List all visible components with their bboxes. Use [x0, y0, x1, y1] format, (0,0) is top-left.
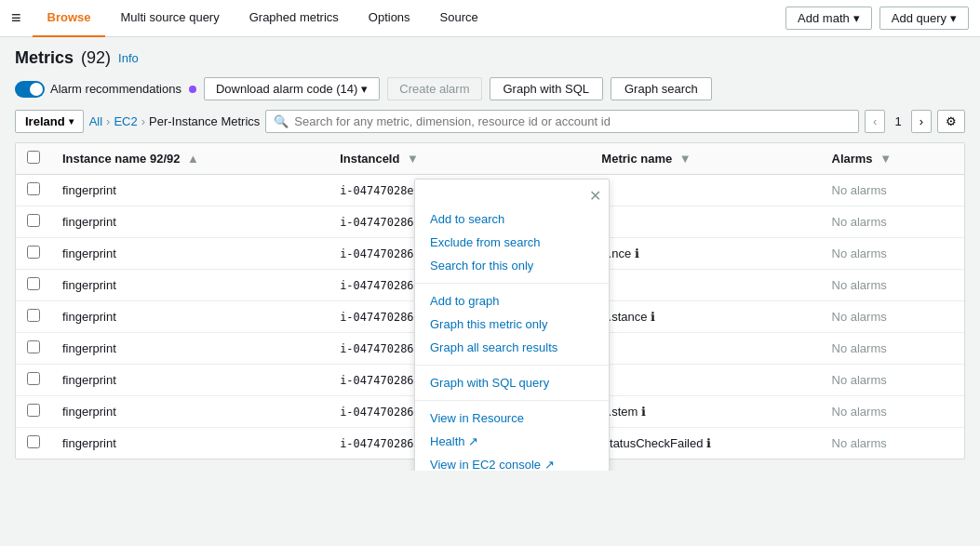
sort-icon: ▲ [187, 152, 199, 166]
sort-icon: ▼ [407, 152, 419, 166]
menu-exclude-from-search[interactable]: Exclude from search [415, 231, 609, 254]
search-box: 🔍 [265, 110, 859, 133]
instance-name-cell: fingerprint [51, 270, 329, 301]
region-selector[interactable]: Ireland ▾ [15, 110, 84, 133]
instance-name-cell: fingerprint [51, 428, 329, 459]
metrics-count: (92) [81, 48, 111, 68]
close-icon[interactable]: ✕ [589, 189, 601, 204]
main-content: Metrics (92) Info Alarm recommendations … [0, 37, 980, 471]
instance-name-cell: fingerprint [51, 396, 329, 428]
nav-tabs: ≡ Browse Multi source query Graphed metr… [11, 0, 493, 37]
chevron-down-icon: ▾ [950, 11, 957, 25]
metric-name-cell [590, 206, 820, 238]
pagination: ‹ 1 › [865, 110, 932, 133]
tab-graphed-metrics[interactable]: Graphed metrics [235, 0, 354, 37]
metric-name-header[interactable]: Metric name ▼ [590, 143, 820, 175]
filter-row: Ireland ▾ All › EC2 › Per-Instance Metri… [15, 110, 965, 133]
menu-add-to-search[interactable]: Add to search [415, 207, 609, 231]
metric-name-cell [590, 270, 820, 301]
alarms-cell: No alarms [821, 428, 964, 459]
create-alarm-button[interactable]: Create alarm [387, 77, 481, 100]
menu-graph-this-metric[interactable]: Graph this metric only [415, 313, 609, 336]
metric-name-cell: ...stance ℹ [590, 301, 820, 333]
menu-graph-all-results[interactable]: Graph all search results [415, 336, 609, 359]
alarms-cell: No alarms [821, 238, 964, 270]
metric-name-cell: StatusCheckFailed ℹ [590, 428, 820, 459]
settings-button[interactable]: ⚙ [937, 110, 965, 133]
select-all-checkbox[interactable] [27, 151, 40, 164]
breadcrumb-current: Per-Instance Metrics [149, 114, 260, 128]
metric-name-cell [590, 175, 820, 206]
instance-name-header[interactable]: Instance name 92/92 ▲ [51, 143, 329, 175]
alarms-cell: No alarms [821, 206, 964, 238]
alarms-cell: No alarms [821, 333, 964, 365]
alarms-header[interactable]: Alarms ▼ [821, 143, 964, 175]
row-checkbox[interactable] [27, 214, 40, 227]
menu-graph-sql-query[interactable]: Graph with SQL query [415, 371, 609, 394]
settings-icon: ⚙ [946, 114, 957, 128]
menu-search-for-this-only[interactable]: Search for this only [415, 254, 609, 277]
instance-name-cell: fingerprint [51, 175, 329, 206]
sort-icon: ▼ [879, 152, 892, 166]
top-navigation: ≡ Browse Multi source query Graphed metr… [0, 0, 980, 37]
instance-id-header[interactable]: InstanceId ▼ [329, 143, 590, 175]
metrics-title: Metrics [15, 48, 74, 68]
alarms-cell: No alarms [821, 365, 964, 396]
instance-name-cell: fingerprint [51, 333, 329, 365]
table-header-row: Instance name 92/92 ▲ InstanceId ▼ Metri… [16, 143, 964, 175]
add-math-button[interactable]: Add math ▾ [785, 7, 872, 30]
page-number: 1 [889, 114, 906, 128]
instance-name-cell: fingerprint [51, 301, 329, 333]
tab-multi-source[interactable]: Multi source query [105, 0, 234, 37]
tab-options[interactable]: Options [354, 0, 425, 37]
info-link[interactable]: Info [118, 51, 139, 65]
menu-health[interactable]: Health ↗ [415, 430, 609, 453]
row-checkbox[interactable] [27, 277, 40, 290]
next-page-button[interactable]: › [911, 110, 932, 133]
prev-page-button[interactable]: ‹ [865, 110, 885, 133]
breadcrumb: All › EC2 › Per-Instance Metrics [89, 114, 261, 128]
row-checkbox[interactable] [27, 404, 40, 417]
alarms-cell: No alarms [821, 175, 964, 206]
row-checkbox[interactable] [27, 309, 40, 322]
tab-browse[interactable]: Browse [33, 0, 106, 37]
menu-add-to-graph[interactable]: Add to graph [415, 289, 609, 313]
metrics-table-container: Instance name 92/92 ▲ InstanceId ▼ Metri… [15, 142, 965, 459]
alarms-cell: No alarms [821, 301, 964, 333]
menu-divider [415, 400, 609, 401]
instance-name-cell: fingerprint [51, 365, 329, 396]
metrics-header: Metrics (92) Info [15, 48, 965, 68]
alarm-recommendations-toggle: Alarm recommendations [15, 81, 196, 98]
graph-search-button[interactable]: Graph search [611, 77, 712, 100]
row-checkbox[interactable] [27, 246, 40, 259]
metric-name-cell [590, 365, 820, 396]
select-all-header [16, 143, 51, 175]
alarms-cell: No alarms [821, 396, 964, 428]
menu-view-in-ec2-console[interactable]: View in EC2 console ↗ [415, 453, 609, 471]
purple-indicator [189, 86, 196, 93]
row-checkbox[interactable] [27, 372, 40, 385]
sort-icon: ▼ [679, 152, 691, 166]
row-checkbox[interactable] [27, 340, 40, 353]
tab-source[interactable]: Source [425, 0, 493, 37]
row-checkbox[interactable] [27, 182, 40, 195]
instance-name-cell: fingerprint [51, 238, 329, 270]
toggle-switch[interactable] [15, 81, 45, 98]
metric-name-cell: ...nce ℹ [590, 238, 820, 270]
search-icon: 🔍 [274, 114, 289, 128]
download-alarm-button[interactable]: Download alarm code (14) ▾ [204, 77, 380, 100]
add-query-button[interactable]: Add query ▾ [879, 7, 969, 30]
hamburger-icon[interactable]: ≡ [11, 8, 21, 28]
context-menu-header: ✕ [415, 187, 609, 207]
graph-with-sql-button[interactable]: Graph with SQL [490, 77, 604, 100]
search-input[interactable] [294, 114, 851, 128]
row-checkbox[interactable] [27, 435, 40, 448]
breadcrumb-all[interactable]: All [89, 114, 102, 128]
menu-view-in-resource[interactable]: View in Resource [415, 406, 609, 430]
chevron-down-icon: ▾ [853, 11, 860, 25]
nav-actions: Add math ▾ Add query ▾ [785, 7, 969, 30]
breadcrumb-ec2[interactable]: EC2 [114, 114, 137, 128]
metric-name-cell: ...stem ℹ [590, 396, 820, 428]
context-menu: ✕ Add to search Exclude from search Sear… [414, 179, 610, 471]
metric-name-cell [590, 333, 820, 365]
